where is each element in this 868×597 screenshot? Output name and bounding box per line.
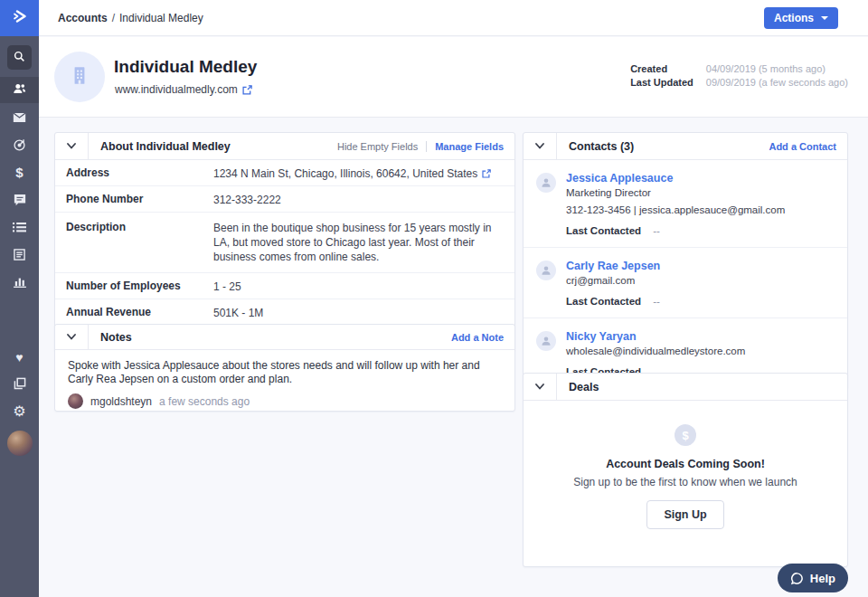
copy-icon [14, 377, 26, 390]
sidebar-item-contacts[interactable] [0, 77, 39, 103]
sidebar-item-favorites[interactable]: ♥ [0, 345, 39, 370]
breadcrumb-separator: / [112, 12, 115, 24]
field-row-phone: Phone Number 312-333-2222 [55, 186, 514, 213]
sidebar-item-copy[interactable] [0, 371, 39, 396]
contact-role: Marketing Director [566, 187, 785, 198]
created-value: 04/09/2019 (5 months ago) [706, 63, 848, 74]
help-button[interactable]: Help [778, 564, 848, 592]
contact-separator: | [634, 204, 637, 215]
about-card-header: About Individual Medley Hide Empty Field… [55, 133, 514, 160]
account-meta: Created 04/09/2019 (5 months ago) Last U… [630, 63, 848, 88]
chevron-down-icon [67, 143, 76, 149]
contacts-card: Contacts (3) Add a Contact Jessica Apple… [523, 132, 848, 389]
sidebar-item-inbox[interactable] [0, 105, 39, 130]
sidebar-item-tasks[interactable] [0, 214, 39, 240]
deals-collapse-button[interactable] [524, 374, 557, 400]
sidebar-item-conversations[interactable] [0, 187, 39, 213]
field-label: Address [66, 165, 213, 179]
page-title: Individual Medley [114, 57, 257, 77]
account-avatar [54, 52, 105, 102]
account-website-link[interactable]: www.individualmedly.com [115, 83, 252, 96]
contact-phone: 312-123-3456 [566, 204, 631, 215]
manage-fields-button[interactable]: Manage Fields [435, 141, 504, 152]
website-text: www.individualmedly.com [115, 83, 238, 96]
contacts-collapse-button[interactable] [524, 133, 557, 159]
sidebar-item-reports[interactable] [0, 269, 39, 294]
add-note-button[interactable]: Add a Note [451, 332, 504, 343]
app-logo[interactable] [0, 0, 39, 36]
field-row-employees: Number of Employees 1 - 25 [55, 273, 514, 299]
notes-card-title: Notes [100, 331, 132, 344]
contact-details: 312-123-3456 | jessica.applesauce@gmail.… [566, 204, 785, 215]
last-contacted: Last Contacted -- [566, 225, 785, 236]
contact-email: wholesale@individualmedleystore.com [566, 346, 745, 356]
field-value: 1 - 25 [213, 278, 241, 294]
sidebar-item-settings[interactable]: ⚙ [0, 399, 39, 424]
hide-empty-fields-button[interactable]: Hide Empty Fields [337, 141, 418, 152]
bar-chart-icon [14, 276, 26, 288]
field-label: Description [66, 219, 213, 233]
notes-collapse-button[interactable] [55, 325, 89, 349]
field-value: 501K - 1M [213, 304, 263, 320]
field-label: Phone Number [66, 191, 213, 205]
chat-icon [14, 194, 26, 206]
topbar: Accounts / Individual Medley Actions [39, 0, 868, 36]
contact-avatar [536, 261, 556, 280]
mail-icon [13, 112, 26, 123]
chevron-down-icon [535, 143, 544, 149]
field-row-address: Address 1234 N Main St, Chicago, Illinoi… [55, 160, 514, 186]
contacts-card-header: Contacts (3) Add a Contact [524, 133, 847, 160]
contact-name-link[interactable]: Carly Rae Jepsen [566, 260, 660, 272]
sidebar: $ [0, 0, 39, 597]
contact-row: Jessica Applesauce Marketing Director 31… [524, 160, 847, 248]
contact-avatar [536, 173, 556, 193]
deals-empty-title: Account Deals Coming Soon! [606, 458, 765, 470]
field-value: 312-333-2222 [213, 191, 281, 207]
field-label: Number of Employees [66, 278, 213, 292]
gear-icon: ⚙ [13, 404, 25, 419]
external-link-icon[interactable] [482, 166, 491, 178]
user-avatar[interactable] [7, 431, 33, 456]
deals-card-header: Deals [524, 374, 847, 401]
breadcrumb-accounts-link[interactable]: Accounts [58, 12, 108, 24]
note-text: Spoke with Jessica Applesauce about the … [55, 350, 514, 386]
search-nav-button[interactable] [7, 45, 32, 70]
field-value: 1234 N Main St, Chicago, Illinois, 60642… [213, 166, 477, 181]
document-icon [14, 249, 25, 261]
field-row-description: Description Been in the boutique shop bu… [55, 213, 514, 273]
created-label: Created [630, 63, 693, 74]
dollar-icon: $ [15, 166, 23, 179]
last-contacted-value: -- [653, 296, 660, 307]
last-contacted-label: Last Contacted [566, 225, 641, 236]
actions-button[interactable]: Actions [764, 7, 838, 29]
deals-empty-subtitle: Sign up to be the first to know when we … [573, 476, 797, 488]
breadcrumb-current: Individual Medley [119, 12, 203, 24]
last-updated-label: Last Updated [630, 77, 693, 88]
note-author-avatar [68, 393, 83, 409]
last-contacted-label: Last Contacted [566, 296, 641, 307]
person-icon [540, 335, 552, 347]
sidebar-item-sales[interactable]: $ [0, 159, 39, 185]
contacts-card-title: Contacts (3) [569, 140, 634, 153]
last-contacted: Last Contacted -- [566, 296, 660, 307]
deals-card-title: Deals [569, 381, 599, 393]
external-link-icon [242, 85, 252, 95]
last-updated-value: 09/09/2019 (a few seconds ago) [706, 77, 848, 88]
note-author: mgoldshteyn [90, 395, 152, 408]
sidebar-item-templates[interactable] [0, 242, 39, 267]
about-card-title: About Individual Medley [100, 140, 231, 153]
contact-email: jessica.applesauce@gmail.com [639, 204, 785, 215]
contact-name-link[interactable]: Nicky Yaryan [566, 330, 745, 343]
contact-name-link[interactable]: Jessica Applesauce [566, 172, 785, 185]
chevron-down-icon [67, 334, 76, 340]
sidebar-item-opportunities[interactable] [0, 132, 39, 157]
note-timestamp: a few seconds ago [159, 395, 250, 408]
add-contact-button[interactable]: Add a Contact [769, 141, 836, 152]
person-icon [540, 264, 552, 277]
field-row-revenue: Annual Revenue 501K - 1M [55, 299, 514, 326]
list-icon [13, 222, 26, 232]
contact-email: crj@gmail.com [566, 275, 660, 286]
about-collapse-button[interactable] [55, 133, 89, 159]
person-icon [540, 176, 552, 189]
sign-up-button[interactable]: Sign Up [646, 500, 723, 529]
